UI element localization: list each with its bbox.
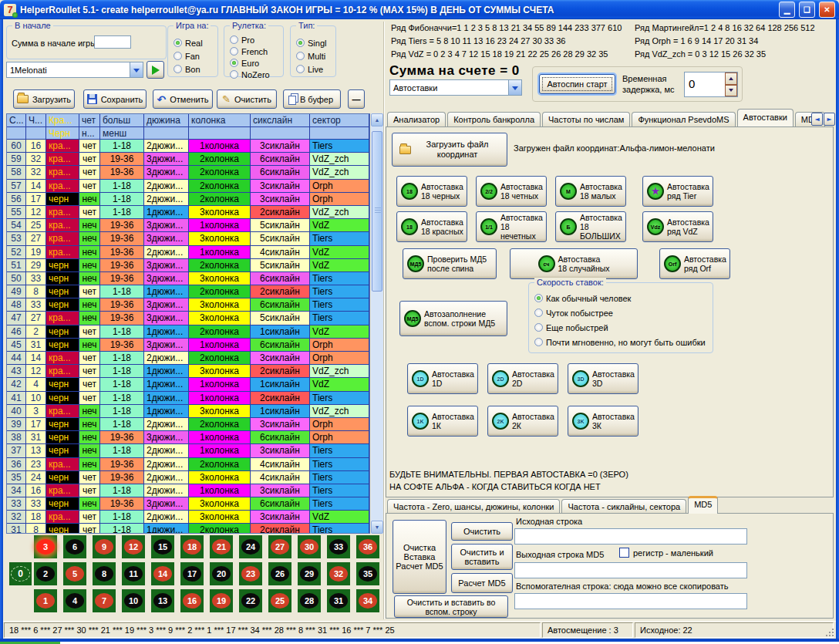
table-row[interactable]: 498чернчет1-181дюжи...2колонка2сиклайнTi… (7, 285, 369, 298)
apply-profile-button[interactable] (147, 61, 164, 79)
table-row[interactable]: 3524чернчет19-362дюжи...3колонка4сиклайн… (7, 471, 369, 484)
radio-Real[interactable]: Real (174, 36, 203, 49)
clear-button[interactable]: ✎Очистить (217, 89, 277, 109)
board-number-34[interactable]: 34 (356, 589, 379, 612)
md5-out-input[interactable] (514, 562, 747, 578)
radio-Pro[interactable]: Pro (230, 34, 270, 46)
tab-MD5[interactable]: MD5 (688, 496, 718, 514)
source-string-input[interactable] (514, 528, 747, 545)
tab-Функционал PsevdoMS[interactable]: Функционал PsevdoMS (632, 112, 735, 126)
scroll-up-icon[interactable]: ▲ (371, 113, 383, 126)
md5-calc-button[interactable]: Расчет MD5 (451, 573, 513, 593)
bet-button-Автоставка ряд VdZ[interactable]: VdzАвтоставкаряд VdZ (642, 211, 713, 242)
bet-button-Автоставка 18 нечетных[interactable]: 1/1Автоставка18 нечетных (476, 211, 547, 242)
table-row[interactable]: 3623кра...неч19-362дюжи...2колонка4сикла… (7, 458, 369, 471)
table-row[interactable]: 3416кра...чет1-182дюжи...1колонка3сиклай… (7, 484, 369, 497)
radio-Почти мгновенно, но могут быть ошибки[interactable]: Почти мгновенно, но могут быть ошибки (534, 335, 706, 349)
bet-button-Автоставка 3D[interactable]: 3DАвтоставка3D (568, 363, 639, 394)
table-row[interactable]: 5932кра...чет19-363дюжи...2колонка6сикла… (7, 153, 369, 166)
profile-combobox[interactable]: 1Melonati (6, 62, 143, 78)
table-row[interactable]: 4531черннеч19-363дюжи...1колонка6сиклайн… (7, 339, 369, 352)
table-row[interactable]: 5129черннеч19-363дюжи...2колонка5сиклайн… (7, 259, 369, 272)
board-number-30[interactable]: 30 (298, 535, 321, 558)
radio-Euro[interactable]: Euro (230, 57, 270, 69)
table-row[interactable]: 5219кра...неч19-362дюжи...1колонка4сикла… (7, 246, 369, 259)
load-button[interactable]: Загрузить (13, 89, 75, 109)
table-row[interactable]: 5617черннеч1-182дюжи...2колонка3сиклайнO… (7, 193, 369, 206)
board-number-35[interactable]: 35 (356, 562, 379, 585)
md5-clear-paste-aux-button[interactable]: Очистить и вставить во вспом. строку (394, 595, 508, 618)
table-row[interactable]: 4110чернчет1-181дюжи...1колонка2сиклайнT… (7, 392, 369, 405)
board-number-27[interactable]: 27 (268, 535, 291, 558)
table-row[interactable]: 4833черннеч19-363дюжи...3колонка6сиклайн… (7, 298, 369, 312)
board-number-29[interactable]: 29 (298, 562, 321, 585)
board-number-19[interactable]: 19 (210, 589, 233, 612)
minimize-button[interactable]: ▁ (779, 2, 795, 18)
table-scrollbar[interactable]: ▲ ▼ (371, 113, 383, 534)
table-row[interactable]: 3218кра...чет1-182дюжи...3колонка3сиклай… (7, 511, 369, 524)
tab-Автоставки[interactable]: Автоставки (737, 109, 794, 126)
board-number-16[interactable]: 16 (180, 589, 204, 612)
chevron-down-icon[interactable] (130, 62, 143, 77)
bet-button-Автоставка 1D[interactable]: 1DАвтоставка1D (407, 363, 478, 394)
bet-button-Автоставка 18 случайных[interactable]: счАвтоставка18 случайных (510, 248, 638, 279)
tab-Частоты по числам[interactable]: Частоты по числам (542, 112, 630, 126)
scroll-down-icon[interactable]: ▼ (371, 521, 383, 534)
tab-Частота - Zero, шансы, дюжины, колонки[interactable]: Частота - Zero, шансы, дюжины, колонки (387, 499, 560, 514)
undo-button[interactable]: ↶Отменить (153, 89, 213, 109)
board-number-22[interactable]: 22 (239, 589, 262, 612)
board-number-14[interactable]: 14 (151, 562, 174, 585)
bet-button-Автоставка 3К[interactable]: 3KАвтоставка3К (568, 406, 639, 437)
board-number-4[interactable]: 4 (63, 589, 86, 612)
board-number-5[interactable]: 5 (63, 562, 86, 585)
delay-spinner[interactable]: 0 (684, 72, 738, 97)
autospin-start-button[interactable]: Автоспин старт (539, 74, 615, 94)
md5-big-button[interactable]: Очистка Вставка Расчет MD5 (393, 520, 446, 594)
board-number-12[interactable]: 12 (122, 535, 145, 558)
tab-Частота - сиклайны, сектора[interactable]: Частота - сиклайны, сектора (561, 499, 686, 514)
bet-button-Автоставка ряд Orf[interactable]: OrfАвтоставкаряд Orf (659, 248, 730, 279)
board-number-28[interactable]: 28 (298, 589, 321, 612)
board-number-7[interactable]: 7 (93, 589, 116, 612)
table-row[interactable]: 4312кра...чет1-181дюжи...3колонка2сиклай… (7, 365, 369, 378)
board-number-18[interactable]: 18 (180, 535, 204, 558)
start-sum-input[interactable] (94, 35, 131, 49)
chevron-down-icon[interactable] (508, 80, 521, 95)
radio-Fan[interactable]: Fan (174, 49, 203, 62)
md5-clear-button[interactable]: Очистить (451, 522, 513, 541)
board-number-26[interactable]: 26 (268, 562, 291, 585)
radio-Еще побыстрей[interactable]: Еще побыстрей (534, 320, 706, 335)
board-number-25[interactable]: 25 (268, 589, 291, 612)
radio-Live[interactable]: Live (296, 62, 326, 76)
table-row[interactable]: 5033черннеч19-363дюжи...3колонка6сиклайн… (7, 272, 369, 285)
bet-button-Автоставка 1К[interactable]: 1KАвтоставка1К (407, 406, 478, 437)
case-checkbox-row[interactable]: регистр - маленький (619, 548, 713, 558)
bet-button-Автозаполнение вспом. строки МД5[interactable]: МД5Автозаполнениевспом. строки МД5 (399, 301, 507, 336)
radio-NoZero[interactable]: NoZero (230, 69, 270, 80)
radio-French[interactable]: French (230, 46, 270, 57)
board-number-3[interactable]: 3 (34, 535, 57, 558)
bet-button-Автоставка 2К[interactable]: 2KАвтоставка2К (487, 406, 558, 437)
tabs-scroll-left-icon[interactable]: ◄ (811, 113, 823, 126)
radio-Bon[interactable]: Bon (174, 62, 203, 76)
table-row[interactable]: 5327кра...неч19-363дюжи...3колонка5сикла… (7, 232, 369, 245)
to-buffer-button[interactable]: В буфер (283, 89, 341, 109)
maximize-button[interactable]: ❑ (799, 2, 815, 18)
table-row[interactable]: 4414кра...чет1-182дюжи...2колонка3сиклай… (7, 352, 369, 365)
tabs-scroll-right-icon[interactable]: ► (824, 113, 835, 126)
board-number-9[interactable]: 9 (93, 535, 116, 558)
board-number-8[interactable]: 8 (93, 562, 116, 585)
board-number-21[interactable]: 21 (210, 535, 233, 558)
table-row[interactable]: 3831черннеч19-363дюжи...1колонка6сиклайн… (7, 431, 369, 444)
load-coords-button[interactable]: Загрузить файл координат (392, 133, 507, 167)
save-button[interactable]: Сохранить (83, 89, 147, 109)
table-row[interactable]: 403кра...неч1-181дюжи...3колонка1сиклайн… (7, 405, 369, 418)
board-number-10[interactable]: 10 (122, 589, 145, 612)
board-number-17[interactable]: 17 (180, 562, 204, 585)
scrollbar-thumb[interactable] (372, 131, 382, 292)
bet-button-Автоставка 18 БОЛЬШИХ[interactable]: БАвтоставка18 БОЛЬШИХ (555, 211, 626, 242)
spinner-down-icon[interactable] (725, 85, 737, 97)
radio-Singl[interactable]: Singl (296, 36, 326, 49)
board-number-33[interactable]: 33 (327, 535, 350, 558)
table-row[interactable]: 5425кра...неч19-363дюжи...1колонка5сикла… (7, 219, 369, 232)
